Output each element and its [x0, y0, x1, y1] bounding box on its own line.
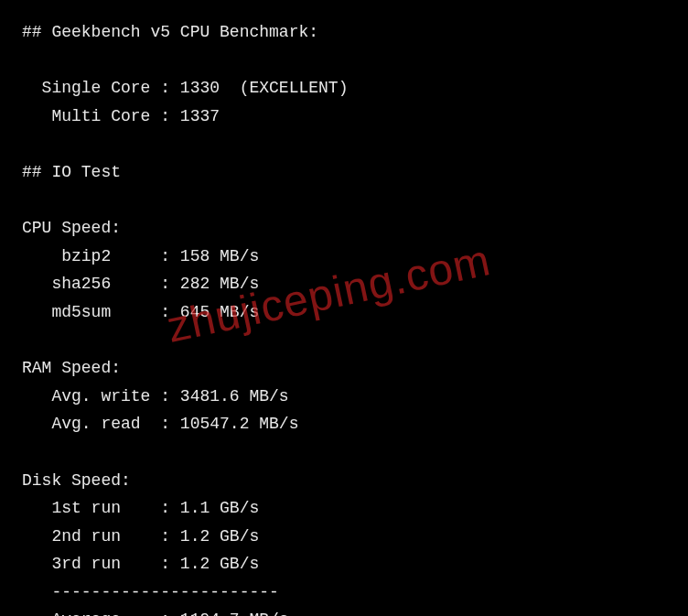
- geekbench-header: ## Geekbench v5 CPU Benchmark:: [22, 18, 666, 47]
- md5sum-row: md5sum : 645 MB/s: [22, 298, 666, 327]
- terminal-output: ## Geekbench v5 CPU Benchmark: Single Co…: [22, 18, 666, 616]
- ram-read-label: Avg. read :: [22, 415, 180, 433]
- ram-write-row: Avg. write : 3481.6 MB/s: [22, 383, 666, 411]
- disk-run1-row: 1st run : 1.1 GB/s: [22, 494, 666, 523]
- bzip2-value: 158 MB/s: [180, 247, 259, 265]
- md5sum-label: md5sum :: [22, 303, 180, 321]
- md5sum-value: 645 MB/s: [180, 303, 259, 321]
- disk-divider: -----------------------: [22, 578, 666, 607]
- multi-core-value: 1337: [180, 107, 220, 125]
- disk-run2-value: 1.2 GB/s: [180, 527, 259, 546]
- disk-run3-value: 1.2 GB/s: [180, 555, 259, 573]
- bzip2-row: bzip2 : 158 MB/s: [22, 243, 666, 271]
- disk-run1-value: 1.1 GB/s: [180, 499, 259, 517]
- sha256-row: sha256 : 282 MB/s: [22, 270, 666, 298]
- single-core-label: Single Core :: [22, 79, 180, 97]
- blank-line: [22, 438, 666, 467]
- multi-core-row: Multi Core : 1337: [22, 103, 666, 131]
- multi-core-label: Multi Core :: [22, 107, 180, 125]
- single-core-rating: (EXCELLENT): [220, 79, 348, 97]
- disk-avg-label: Average :: [22, 611, 180, 616]
- ram-write-label: Avg. write :: [22, 387, 180, 405]
- disk-avg-row: Average : 1194.7 MB/s: [22, 606, 666, 616]
- single-core-value: 1330: [180, 79, 220, 97]
- bzip2-label: bzip2 :: [22, 247, 180, 265]
- disk-avg-value: 1194.7 MB/s: [180, 611, 289, 616]
- single-core-row: Single Core : 1330 (EXCELLENT): [22, 74, 666, 103]
- disk-run2-row: 2nd run : 1.2 GB/s: [22, 523, 666, 551]
- io-test-header: ## IO Test: [22, 158, 666, 187]
- sha256-label: sha256 :: [22, 275, 180, 293]
- disk-run3-label: 3rd run :: [22, 555, 180, 573]
- ram-read-row: Avg. read : 10547.2 MB/s: [22, 410, 666, 438]
- sha256-value: 282 MB/s: [180, 275, 259, 293]
- disk-speed-header: Disk Speed:: [22, 467, 666, 495]
- ram-read-value: 10547.2 MB/s: [180, 415, 299, 433]
- ram-speed-header: RAM Speed:: [22, 354, 666, 383]
- blank-line: [22, 130, 666, 158]
- cpu-speed-header: CPU Speed:: [22, 214, 666, 243]
- blank-line: [22, 47, 666, 75]
- disk-run1-label: 1st run :: [22, 499, 180, 517]
- disk-run2-label: 2nd run :: [22, 527, 180, 546]
- blank-line: [22, 187, 666, 215]
- ram-write-value: 3481.6 MB/s: [180, 387, 289, 405]
- blank-line: [22, 327, 666, 355]
- disk-run3-row: 3rd run : 1.2 GB/s: [22, 550, 666, 578]
